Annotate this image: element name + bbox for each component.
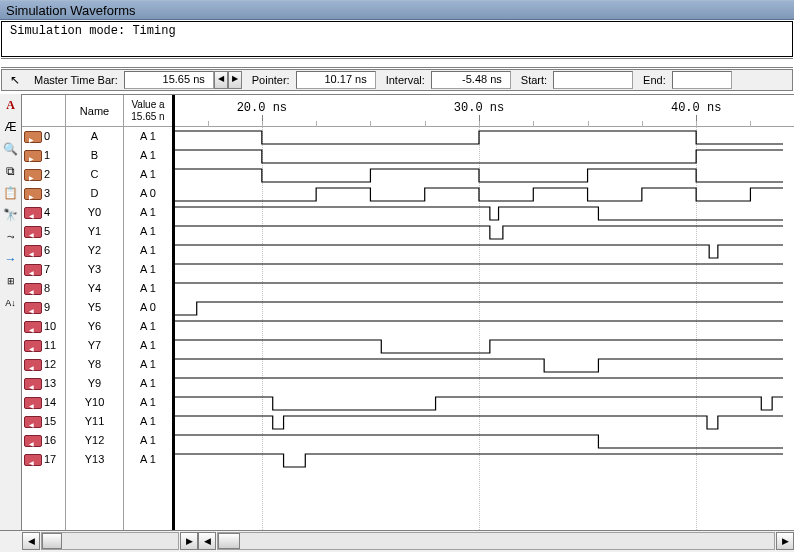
waveform-row[interactable]	[175, 317, 783, 336]
signal-index-cell[interactable]: 2	[22, 165, 65, 184]
signal-value-cell: A 1	[124, 222, 172, 241]
master-time-field[interactable]: 15.65 ns	[124, 71, 214, 89]
signal-name-cell[interactable]: D	[66, 184, 123, 203]
signal-name-cell[interactable]: Y1	[66, 222, 123, 241]
output-pin-icon	[24, 397, 42, 409]
waveform-row[interactable]	[175, 431, 783, 450]
output-pin-icon	[24, 207, 42, 219]
scroll-track-left[interactable]	[41, 532, 179, 550]
wave-scroll-thumb[interactable]	[218, 533, 240, 549]
pointer-field: 10.17 ns	[296, 71, 376, 89]
waveform-pane[interactable]: 20.0 ns30.0 ns40.0 ns	[175, 95, 794, 530]
waveform-row[interactable]	[175, 241, 783, 260]
scroll-left-button[interactable]: ◀	[22, 532, 40, 550]
copy-icon[interactable]: ⧉	[2, 162, 20, 180]
output-pin-icon	[24, 245, 42, 257]
ruler-tick-label: 40.0 ns	[671, 101, 721, 115]
signal-index-cell[interactable]: 16	[22, 431, 65, 450]
output-pin-icon	[24, 283, 42, 295]
index-column: 01234567891011121314151617	[22, 95, 66, 530]
wave-scroll-left-button[interactable]: ◀	[198, 532, 216, 550]
wave-scroll-track[interactable]	[217, 532, 775, 550]
signal-index-cell[interactable]: 13	[22, 374, 65, 393]
output-pin-icon	[24, 435, 42, 447]
waveform-row[interactable]	[175, 184, 783, 203]
waveform-row[interactable]	[175, 374, 783, 393]
waveform-row[interactable]	[175, 412, 783, 431]
output-pin-icon	[24, 340, 42, 352]
zoom-in-icon[interactable]: 🔍	[2, 140, 20, 158]
paste-icon[interactable]: 📋	[2, 184, 20, 202]
grid-icon[interactable]: ⊞	[2, 272, 20, 290]
waveform-row[interactable]	[175, 260, 783, 279]
signal-index-cell[interactable]: 1	[22, 146, 65, 165]
signal-name-cell[interactable]: C	[66, 165, 123, 184]
simulation-mode-text: Simulation mode: Timing	[10, 24, 176, 38]
signal-index-cell[interactable]: 4	[22, 203, 65, 222]
signal-index-cell[interactable]: 14	[22, 393, 65, 412]
signal-index-cell[interactable]: 11	[22, 336, 65, 355]
find-next-icon[interactable]: ⤳	[2, 228, 20, 246]
signal-name-cell[interactable]: Y13	[66, 450, 123, 469]
value-column: Value a 15.65 n A 1A 1A 1A 0A 1A 1A 1A 1…	[124, 95, 174, 530]
waveform-row[interactable]	[175, 450, 783, 469]
signal-name-cell[interactable]: Y12	[66, 431, 123, 450]
signal-name-cell[interactable]: Y6	[66, 317, 123, 336]
signal-name-cell[interactable]: Y9	[66, 374, 123, 393]
output-pin-icon	[24, 378, 42, 390]
signal-name-cell[interactable]: Y7	[66, 336, 123, 355]
arrow-right-icon[interactable]: →	[2, 250, 20, 268]
signal-name-cell[interactable]: B	[66, 146, 123, 165]
signal-index-cell[interactable]: 15	[22, 412, 65, 431]
signal-index-cell[interactable]: 7	[22, 260, 65, 279]
scroll-thumb-left[interactable]	[42, 533, 62, 549]
time-spin-right[interactable]: ▶	[228, 71, 242, 89]
wave-scroll-right-button[interactable]: ▶	[776, 532, 794, 550]
scroll-right-button[interactable]: ▶	[180, 532, 198, 550]
time-ruler[interactable]: 20.0 ns30.0 ns40.0 ns	[175, 95, 794, 127]
time-spin-left[interactable]: ◀	[214, 71, 228, 89]
signal-name-cell[interactable]: Y11	[66, 412, 123, 431]
signal-name-cell[interactable]: Y2	[66, 241, 123, 260]
sort-icon[interactable]: A↓	[2, 294, 20, 312]
signal-name-cell[interactable]: Y3	[66, 260, 123, 279]
signal-index-cell[interactable]: 10	[22, 317, 65, 336]
waveform-row[interactable]	[175, 279, 783, 298]
start-label: Start:	[521, 74, 547, 86]
signal-index-cell[interactable]: 3	[22, 184, 65, 203]
signal-name-cell[interactable]: Y4	[66, 279, 123, 298]
signal-name-cell[interactable]: Y5	[66, 298, 123, 317]
name-column: Name ABCDY0Y1Y2Y3Y4Y5Y6Y7Y8Y9Y10Y11Y12Y1…	[66, 95, 124, 530]
cursor-icon[interactable]: ↖	[6, 71, 24, 89]
waveform-row[interactable]	[175, 203, 783, 222]
signal-name-cell[interactable]: Y10	[66, 393, 123, 412]
signal-index-cell[interactable]: 17	[22, 450, 65, 469]
signal-value-cell: A 0	[124, 298, 172, 317]
input-pin-icon	[24, 131, 42, 143]
signal-name-cell[interactable]: A	[66, 127, 123, 146]
signal-index-cell[interactable]: 12	[22, 355, 65, 374]
find-icon[interactable]: 🔭	[2, 206, 20, 224]
signal-index-cell[interactable]: 9	[22, 298, 65, 317]
waveform-row[interactable]	[175, 298, 783, 317]
wave-tool-icon[interactable]: Æ	[2, 118, 20, 136]
signal-name-cell[interactable]: Y0	[66, 203, 123, 222]
output-pin-icon	[24, 359, 42, 371]
signal-name-cell[interactable]: Y8	[66, 355, 123, 374]
interval-label: Interval:	[386, 74, 425, 86]
signal-index-cell[interactable]: 8	[22, 279, 65, 298]
waveform-row[interactable]	[175, 165, 783, 184]
waveform-row[interactable]	[175, 146, 783, 165]
signal-index-cell[interactable]: 0	[22, 127, 65, 146]
waveform-row[interactable]	[175, 355, 783, 374]
waveform-row[interactable]	[175, 393, 783, 412]
waveform-row[interactable]	[175, 222, 783, 241]
signal-index-cell[interactable]: 5	[22, 222, 65, 241]
start-field[interactable]	[553, 71, 633, 89]
waveform-row[interactable]	[175, 336, 783, 355]
waveform-row[interactable]	[175, 127, 783, 146]
text-tool-icon[interactable]: A	[2, 96, 20, 114]
output-pin-icon	[24, 454, 42, 466]
end-field[interactable]	[672, 71, 732, 89]
signal-index-cell[interactable]: 6	[22, 241, 65, 260]
